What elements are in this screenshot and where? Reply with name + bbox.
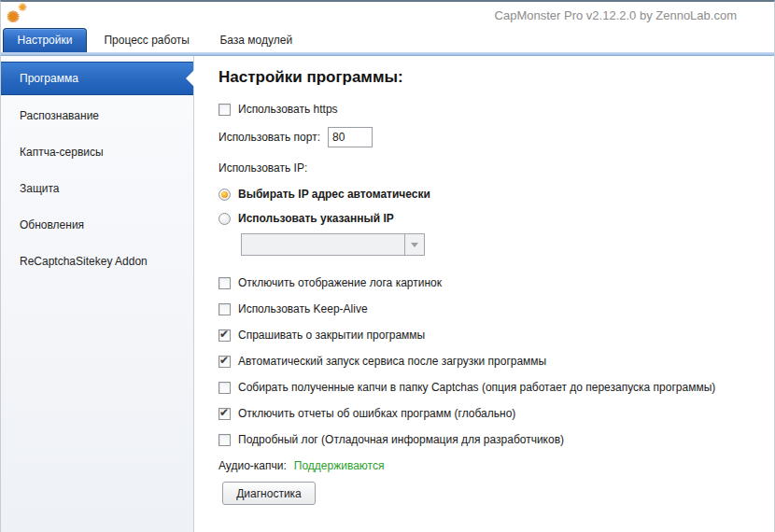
checkbox-disable-error-reports[interactable] <box>218 408 231 420</box>
checkbox-collect-captchas[interactable] <box>218 382 231 394</box>
title-bar: ✺ ✺ CapMonster Pro v2.12.2.0 by ZennoLab… <box>1 2 774 28</box>
gear-icon: ✺ <box>18 2 27 13</box>
diagnostics-button[interactable]: Диагностика <box>222 482 316 505</box>
radio-auto-ip-row[interactable]: Выбирать IP адрес автоматически <box>218 188 774 201</box>
sidebar-item-label: ReCaptchaSitekey Addon <box>20 255 148 268</box>
ip-dropdown-value <box>242 234 404 255</box>
sidebar-item-label: Обновления <box>20 218 84 231</box>
settings-panel: Настройки программы: Использовать https … <box>194 56 774 532</box>
checkbox-row[interactable]: Спрашивать о закрытии программы <box>218 329 774 342</box>
checkbox-label: Использовать Keep-Alive <box>238 302 368 315</box>
tab-module-base[interactable]: База модулей <box>206 28 305 52</box>
checkbox-row[interactable]: Автоматический запуск сервиса после загр… <box>218 355 774 368</box>
https-checkbox-row[interactable]: Использовать https <box>218 103 774 116</box>
sidebar-item-label: Программа <box>20 72 78 85</box>
sidebar-item-updates[interactable]: Обновления <box>1 207 193 244</box>
ip-dropdown-button[interactable] <box>404 234 424 255</box>
checkbox-row[interactable]: Отключить отчеты об ошибках программ (гл… <box>218 407 774 420</box>
sidebar-item-label: Защита <box>20 182 60 195</box>
audio-captcha-label: Аудио-капчи: <box>218 459 287 472</box>
port-input[interactable] <box>328 127 373 147</box>
radio-auto-ip[interactable] <box>218 189 231 201</box>
checkbox-row[interactable]: Использовать Keep-Alive <box>218 302 774 315</box>
capmonster-gears-icon: ✺ ✺ <box>5 2 33 28</box>
app-window: ✺ ✺ CapMonster Pro v2.12.2.0 by ZennoLab… <box>0 0 775 532</box>
page-title: Настройки программы: <box>218 68 774 87</box>
checkbox-label: Спрашивать о закрытии программы <box>238 329 425 342</box>
window-title: CapMonster Pro v2.12.2.0 by ZennoLab.com <box>495 2 737 28</box>
checkbox-label: Автоматический запуск сервиса после загр… <box>238 355 546 368</box>
radio-specified-ip[interactable] <box>218 213 231 225</box>
sidebar-item-label: Распознавание <box>20 109 99 122</box>
checkbox-label: Отключить отчеты об ошибках программ (гл… <box>238 407 515 420</box>
port-label: Использовать порт: <box>218 131 320 144</box>
checkbox-row[interactable]: Отключить отображение лога картинок <box>218 276 774 289</box>
checkbox-verbose-log[interactable] <box>218 434 231 446</box>
sidebar-item-recaptcha-sitekey-addon[interactable]: ReCaptchaSitekey Addon <box>1 244 193 280</box>
sidebar-item-program[interactable]: Программа <box>1 62 193 95</box>
tab-settings[interactable]: Настройки <box>3 28 87 52</box>
radio-specified-ip-row[interactable]: Использовать указанный IP <box>218 212 774 225</box>
sidebar-item-recognition[interactable]: Распознавание <box>1 98 193 134</box>
radio-label: Использовать указанный IP <box>238 212 394 225</box>
audio-captcha-row: Аудио-капчи: Поддерживаются <box>218 459 774 472</box>
sidebar-item-label: Каптча-сервисы <box>20 146 104 159</box>
checkbox-disable-image-log[interactable] <box>218 277 231 289</box>
sidebar: Программа Распознавание Каптча-сервисы З… <box>1 56 194 532</box>
checkbox-label: Собирать полученные капчи в папку Captch… <box>238 381 715 394</box>
checkbox-autostart-service[interactable] <box>218 356 231 368</box>
tab-strip: Настройки Процесс работы База модулей <box>1 28 774 52</box>
port-row: Использовать порт: <box>218 127 774 147</box>
checkbox-https[interactable] <box>218 104 231 116</box>
checkbox-keep-alive[interactable] <box>218 303 231 315</box>
ip-section-label: Использовать IP: <box>218 161 307 175</box>
checkbox-row[interactable]: Подробный лог (Отладочная информация для… <box>218 433 774 446</box>
ip-section-label-row: Использовать IP: <box>218 161 774 175</box>
ip-dropdown[interactable] <box>241 233 425 256</box>
checkbox-label: Отключить отображение лога картинок <box>238 276 442 289</box>
checkbox-row[interactable]: Собирать полученные капчи в папку Captch… <box>218 381 774 394</box>
sidebar-item-captcha-services[interactable]: Каптча-сервисы <box>1 134 193 171</box>
checkbox-label: Подробный лог (Отладочная информация для… <box>238 433 564 446</box>
checkbox-label: Использовать https <box>238 103 338 116</box>
audio-captcha-status: Поддерживаются <box>294 459 385 472</box>
chevron-down-icon <box>411 243 418 247</box>
tab-work-process[interactable]: Процесс работы <box>91 28 202 52</box>
radio-label: Выбирать IP адрес автоматически <box>238 188 430 201</box>
selected-item-arrow-icon <box>186 70 194 87</box>
checkbox-ask-on-close[interactable] <box>218 329 231 342</box>
sidebar-item-protection[interactable]: Защита <box>1 171 193 207</box>
